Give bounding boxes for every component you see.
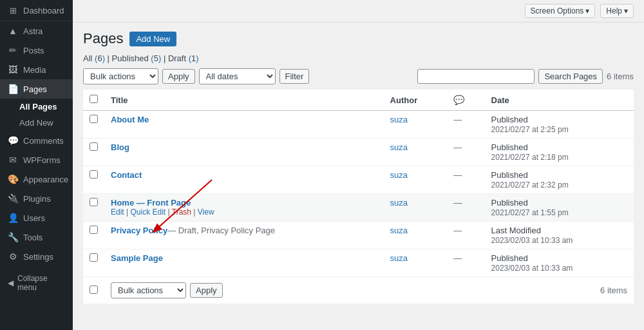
row-comments-cell: — bbox=[447, 166, 484, 194]
row-checkbox-cell[interactable] bbox=[83, 166, 104, 194]
page-title-link-1[interactable]: About Me bbox=[111, 115, 149, 124]
row-title-cell: Home — Front Page Edit | Quick Edit | Tr… bbox=[104, 194, 384, 222]
sidebar-item-posts[interactable]: ✏ Posts bbox=[0, 41, 73, 60]
select-all-footer[interactable] bbox=[83, 277, 104, 304]
filter-all-link[interactable]: All (6) bbox=[83, 53, 105, 63]
author-link-4[interactable]: suza bbox=[390, 198, 408, 208]
screen-options-button[interactable]: Screen Options ▾ bbox=[525, 4, 596, 18]
row-checkbox-cell[interactable] bbox=[83, 249, 104, 277]
row-action-quick-edit-4[interactable]: Quick Edit bbox=[130, 208, 166, 217]
row-checkbox-6[interactable] bbox=[90, 253, 98, 262]
date-filter-select[interactable]: All dates February 2023 February 2021 bbox=[199, 68, 276, 84]
settings-icon: ⚙ bbox=[8, 251, 18, 262]
filter-published-link[interactable]: Published (5) bbox=[112, 53, 162, 63]
sidebar-logo[interactable]: ⊞ Dashboard bbox=[0, 0, 73, 21]
sidebar-item-astra[interactable]: ▲ Astra bbox=[0, 21, 73, 41]
date-value-2: 2021/02/27 at 2:18 pm bbox=[491, 153, 569, 162]
search-input[interactable] bbox=[417, 69, 535, 84]
main-content: Screen Options ▾ Help ▾ Pages Add New Al… bbox=[73, 0, 644, 330]
sidebar-subitem-add-new[interactable]: Add New bbox=[0, 115, 73, 131]
author-link-2[interactable]: suza bbox=[390, 142, 408, 152]
media-icon: 🖼 bbox=[8, 64, 18, 75]
apply-button-bottom[interactable]: Apply bbox=[190, 283, 223, 298]
date-value-1: 2021/02/27 at 2:25 pm bbox=[491, 125, 569, 134]
sidebar-item-label: Users bbox=[23, 213, 45, 223]
bulk-actions-select-bottom[interactable]: Bulk actions Edit Move to Trash bbox=[111, 282, 186, 298]
comments-icon: 💬 bbox=[8, 135, 18, 146]
sidebar-item-users[interactable]: 👤 Users bbox=[0, 208, 73, 228]
sidebar-subitem-all-pages[interactable]: All Pages bbox=[0, 99, 73, 115]
sidebar-item-label: Media bbox=[23, 65, 46, 75]
help-chevron-icon: ▾ bbox=[624, 6, 628, 15]
row-checkbox-1[interactable] bbox=[90, 115, 98, 123]
select-all-footer-checkbox[interactable] bbox=[90, 286, 98, 294]
page-title-link-2[interactable]: Blog bbox=[111, 142, 129, 152]
row-checkbox-cell[interactable] bbox=[83, 139, 104, 166]
author-link-3[interactable]: suza bbox=[390, 170, 408, 180]
sidebar-dashboard-label: Dashboard bbox=[23, 6, 64, 15]
help-button[interactable]: Help ▾ bbox=[600, 4, 634, 18]
row-checkbox-5[interactable] bbox=[90, 226, 98, 234]
row-checkbox-cell[interactable] bbox=[83, 111, 104, 139]
sidebar-item-settings[interactable]: ⚙ Settings bbox=[0, 247, 73, 266]
row-title-cell: Contact Edit | Quick Edit | Trash | View bbox=[104, 166, 384, 194]
page-title-link-5[interactable]: Privacy Policy bbox=[111, 226, 167, 235]
sidebar-item-plugins[interactable]: 🔌 Plugins bbox=[0, 189, 73, 208]
row-action-view-4[interactable]: View bbox=[198, 208, 214, 217]
page-title-link-4[interactable]: Home — Front Page bbox=[111, 198, 191, 208]
row-checkbox-4[interactable] bbox=[90, 198, 98, 206]
comments-column-header: 💬 bbox=[447, 90, 484, 111]
date-column-header[interactable]: Date bbox=[485, 90, 634, 111]
sidebar-item-label: Comments bbox=[23, 136, 64, 146]
row-action-edit-4[interactable]: Edit bbox=[111, 208, 124, 217]
draft-label: — Draft, Privacy Policy Page bbox=[167, 226, 275, 235]
sidebar-item-wpforms[interactable]: ✉ WPForms bbox=[0, 150, 73, 170]
wpforms-icon: ✉ bbox=[8, 155, 18, 165]
sidebar-item-pages[interactable]: 📄 Pages bbox=[0, 79, 73, 99]
sidebar-item-tools[interactable]: 🔧 Tools bbox=[0, 228, 73, 247]
dashboard-icon: ⊞ bbox=[8, 5, 18, 15]
row-checkbox-cell[interactable] bbox=[83, 222, 104, 249]
search-pages-button[interactable]: Search Pages bbox=[538, 69, 603, 84]
filter-draft-link[interactable]: Draft (1) bbox=[168, 53, 199, 63]
select-all-checkbox[interactable] bbox=[90, 95, 98, 103]
sidebar-item-label: WPForms bbox=[23, 155, 61, 165]
row-checkbox-2[interactable] bbox=[90, 142, 98, 151]
footer-toolbar-cell: Bulk actions Edit Move to Trash Apply 6 … bbox=[104, 277, 634, 304]
sidebar-item-media[interactable]: 🖼 Media bbox=[0, 60, 73, 79]
page-title-link-3[interactable]: Contact bbox=[111, 170, 142, 180]
author-link-1[interactable]: suza bbox=[390, 115, 408, 124]
page-title-link-6[interactable]: Sample Page bbox=[111, 253, 163, 263]
author-column-header: Author bbox=[384, 90, 448, 111]
row-action-trash-4[interactable]: Trash bbox=[172, 208, 191, 217]
sidebar-item-label: Appearance bbox=[23, 175, 68, 184]
title-column-header[interactable]: Title bbox=[104, 90, 384, 111]
row-checkbox-cell[interactable] bbox=[83, 194, 104, 222]
author-link-6[interactable]: suza bbox=[390, 253, 408, 263]
row-checkbox-3[interactable] bbox=[90, 170, 98, 179]
sidebar-item-label: Posts bbox=[23, 46, 44, 55]
users-icon: 👤 bbox=[8, 213, 18, 223]
posts-icon: ✏ bbox=[8, 45, 18, 55]
page-content: Pages Add New All (6) | Published (5) | … bbox=[73, 23, 644, 311]
sidebar-item-label: Settings bbox=[23, 252, 53, 262]
table-row: About Me Edit | Quick Edit | Trash | Vie… bbox=[83, 111, 634, 139]
sidebar-item-comments[interactable]: 💬 Comments bbox=[0, 131, 73, 150]
bulk-actions-select-top[interactable]: Bulk actions Edit Move to Trash bbox=[83, 68, 158, 84]
apply-button-top[interactable]: Apply bbox=[162, 69, 195, 84]
date-status-3: Published bbox=[491, 170, 528, 180]
row-author-cell: suza bbox=[384, 139, 448, 166]
row-comments-cell: — bbox=[447, 139, 484, 166]
toolbar-right: Search Pages 6 items bbox=[417, 69, 634, 84]
add-new-button[interactable]: Add New bbox=[129, 32, 176, 46]
select-all-header[interactable] bbox=[83, 90, 104, 111]
collapse-menu-button[interactable]: ◀ Collapse menu bbox=[0, 269, 73, 297]
row-title-cell: About Me Edit | Quick Edit | Trash | Vie… bbox=[104, 111, 384, 139]
comment-count-4: — bbox=[453, 198, 462, 208]
table-row: Blog Edit | Quick Edit | Trash | View su… bbox=[83, 139, 634, 166]
page-title: Pages bbox=[83, 30, 123, 47]
sidebar-subitem-label: Add New bbox=[19, 118, 53, 128]
filter-button[interactable]: Filter bbox=[279, 69, 310, 84]
author-link-5[interactable]: suza bbox=[390, 226, 408, 235]
sidebar-item-appearance[interactable]: 🎨 Appearance bbox=[0, 170, 73, 189]
